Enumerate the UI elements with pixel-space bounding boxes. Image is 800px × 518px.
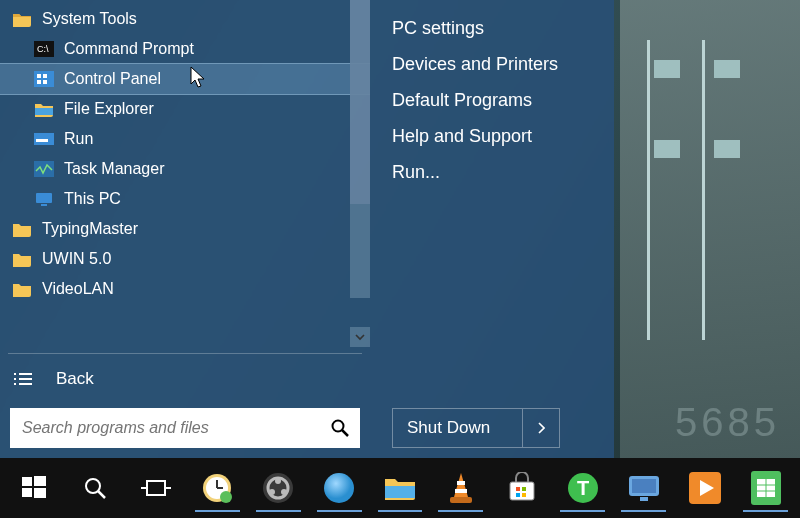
search-box[interactable]: [10, 408, 360, 448]
taskbar-app-green-t[interactable]: T: [554, 462, 611, 514]
svg-rect-7: [35, 108, 53, 115]
green-t-icon: T: [566, 471, 600, 505]
folder-icon: [12, 219, 32, 239]
folder-icon: [12, 249, 32, 269]
quicklink-label: Run...: [392, 162, 440, 183]
programs-scroll-down[interactable]: [350, 327, 370, 347]
taskbar-app-clock[interactable]: [189, 462, 246, 514]
quicklink-label: Default Programs: [392, 90, 532, 111]
svg-rect-41: [385, 486, 415, 498]
folder-icon: [12, 9, 32, 29]
divider: [8, 353, 362, 354]
programs-scrollbar-track[interactable]: [350, 0, 370, 298]
taskbar-app-blueorb[interactable]: [311, 462, 368, 514]
svg-rect-55: [640, 497, 648, 501]
task-view-button[interactable]: [128, 462, 185, 514]
svg-rect-44: [455, 489, 467, 493]
svg-point-19: [333, 421, 344, 432]
list-icon: [14, 372, 34, 386]
svg-rect-48: [522, 487, 526, 491]
remote-desktop-icon: [626, 473, 662, 503]
program-control-panel[interactable]: Control Panel: [0, 64, 370, 94]
magnifier-icon: [82, 475, 108, 501]
programs-folder-label: VideoLAN: [42, 280, 360, 298]
svg-point-25: [86, 479, 100, 493]
taskbar-app-sheets[interactable]: [737, 462, 794, 514]
quicklink-pc-settings[interactable]: PC settings: [392, 10, 614, 46]
quicklink-run[interactable]: Run...: [392, 154, 614, 190]
svg-rect-17: [19, 378, 32, 380]
programs-folder-videolan[interactable]: VideoLAN: [0, 274, 370, 304]
chevron-down-icon: [355, 332, 365, 342]
program-label: Control Panel: [64, 70, 360, 88]
svg-rect-45: [450, 497, 472, 503]
taskbar-app-store[interactable]: [493, 462, 550, 514]
svg-point-37: [275, 478, 281, 484]
svg-rect-43: [457, 481, 465, 485]
quicklink-label: Devices and Printers: [392, 54, 558, 75]
chevron-right-icon: [537, 422, 545, 434]
shutdown-button[interactable]: Shut Down: [393, 409, 523, 447]
quicklink-label: Help and Support: [392, 126, 532, 147]
svg-rect-23: [22, 488, 32, 497]
svg-rect-4: [43, 74, 47, 78]
blue-circle-icon: [322, 471, 356, 505]
svg-rect-14: [14, 378, 16, 380]
quicklink-help-support[interactable]: Help and Support: [392, 118, 614, 154]
programs-folder-label: System Tools: [42, 10, 360, 28]
svg-point-40: [324, 473, 354, 503]
quicklink-label: PC settings: [392, 18, 484, 39]
program-command-prompt[interactable]: C:\ Command Prompt: [0, 34, 370, 64]
svg-line-26: [98, 491, 105, 498]
cmd-icon: C:\: [34, 39, 54, 59]
taskbar-app-remote[interactable]: [615, 462, 672, 514]
svg-line-20: [342, 430, 348, 436]
taskbar-file-explorer[interactable]: [372, 462, 429, 514]
start-menu-right-pane: PC settings Devices and Printers Default…: [370, 0, 614, 458]
svg-rect-47: [516, 487, 520, 491]
task-view-icon: [141, 476, 171, 500]
file-explorer-icon: [34, 99, 54, 119]
svg-rect-54: [632, 479, 656, 493]
search-icon[interactable]: [320, 418, 360, 438]
folder-icon: [12, 279, 32, 299]
taskbar-app-obs[interactable]: [250, 462, 307, 514]
start-menu-left-pane: System Tools C:\ Command Prompt Control …: [0, 0, 370, 458]
program-this-pc[interactable]: This PC: [0, 184, 370, 214]
program-file-explorer[interactable]: File Explorer: [0, 94, 370, 124]
quicklink-devices-printers[interactable]: Devices and Printers: [392, 46, 614, 82]
svg-rect-11: [36, 193, 52, 203]
program-run[interactable]: Run: [0, 124, 370, 154]
programs-scrollbar-thumb[interactable]: [350, 0, 370, 204]
vlc-icon: [446, 471, 476, 505]
start-menu: System Tools C:\ Command Prompt Control …: [0, 0, 614, 458]
search-button[interactable]: [67, 462, 124, 514]
shutdown-button-group: Shut Down: [392, 408, 560, 448]
quicklink-default-programs[interactable]: Default Programs: [392, 82, 614, 118]
program-label: File Explorer: [64, 100, 360, 118]
programs-folder-uwin[interactable]: UWIN 5.0: [0, 244, 370, 274]
media-player-icon: [689, 472, 721, 504]
svg-rect-16: [19, 373, 32, 375]
svg-rect-50: [522, 493, 526, 497]
wallpaper-watermark: 5685: [675, 400, 780, 445]
search-input[interactable]: [10, 408, 320, 448]
spreadsheet-icon: [751, 471, 781, 505]
svg-rect-5: [37, 80, 41, 84]
shutdown-options-button[interactable]: [523, 409, 559, 447]
taskbar-app-vlc[interactable]: [432, 462, 489, 514]
start-button[interactable]: [6, 462, 63, 514]
task-manager-icon: [34, 159, 54, 179]
programs-folder-system-tools[interactable]: System Tools: [0, 4, 370, 34]
control-panel-icon: [34, 69, 54, 89]
clock-app-icon: [200, 471, 234, 505]
programs-folder-typingmaster[interactable]: TypingMaster: [0, 214, 370, 244]
svg-rect-15: [14, 383, 16, 385]
program-task-manager[interactable]: Task Manager: [0, 154, 370, 184]
programs-folder-label: UWIN 5.0: [42, 250, 360, 268]
programs-list: System Tools C:\ Command Prompt Control …: [0, 0, 370, 347]
taskbar-app-media[interactable]: [676, 462, 733, 514]
svg-rect-9: [36, 139, 48, 142]
svg-rect-2: [34, 71, 54, 87]
back-button[interactable]: Back: [0, 360, 370, 398]
